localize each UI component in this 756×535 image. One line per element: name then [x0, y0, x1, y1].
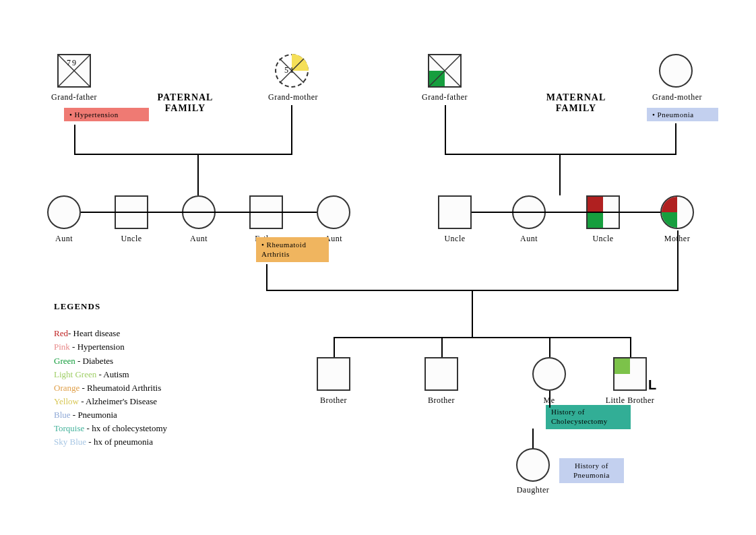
legend-color-name: Yellow [54, 396, 79, 406]
male-symbol [613, 357, 647, 391]
label-mgm: Grand-mother [637, 92, 718, 102]
label-pgm: Grand-mother [253, 92, 334, 102]
legend-color-name: Light Green [54, 369, 96, 379]
legend-block: LEGENDS Red- Heart diseasePink - Hyperte… [54, 300, 167, 449]
label-uncle3: Uncle [563, 234, 643, 244]
female-symbol [516, 448, 550, 482]
line [74, 154, 292, 155]
legend-desc: - Diabetes [75, 356, 113, 366]
proband-arrow-icon: L [648, 377, 656, 393]
node-mgf [428, 54, 462, 88]
legend-color-name: Green [54, 356, 75, 366]
female-symbol [532, 357, 566, 391]
line [559, 155, 561, 195]
legend-desc: - Autism [96, 369, 129, 379]
legend-color-name: Blue [54, 410, 71, 420]
legend-row: Green - Diabetes [54, 354, 167, 368]
label-littlebrother: Little Brother [590, 396, 670, 406]
legend-color-name: Pink [54, 342, 70, 352]
green-quarter [588, 212, 603, 228]
legend-color-name: Red [54, 328, 68, 338]
note-hypertension: • Hypertension [64, 108, 149, 121]
legend-row: Pink - Hypertension [54, 340, 167, 354]
line [197, 155, 199, 195]
male-symbol [424, 357, 458, 391]
node-me [532, 357, 566, 391]
legend-row: Yellow - Alzheimer's Disease [54, 395, 167, 408]
note-text: Pneumonia [658, 111, 694, 119]
legend-row: Orange - Rheumatoid Arthritis [54, 381, 167, 395]
line [74, 125, 75, 155]
legend-row: Sky Blue - hx of pneumonia [54, 435, 167, 449]
legend-row: Blue - Pneumonia [54, 408, 167, 422]
age-text: 51 [284, 65, 295, 75]
label-daughter: Daughter [493, 485, 573, 495]
genogram-canvas: 79 Grand-father PATERNAL FAMILY 51 Grand… [0, 0, 756, 535]
line [677, 230, 679, 291]
line [549, 391, 550, 408]
note-pneumonia: • Pneumonia [647, 108, 718, 121]
label-aunt4: Aunt [489, 234, 569, 244]
node-aunt1 [47, 195, 81, 229]
age-text: 79 [67, 58, 77, 68]
female-symbol [659, 54, 693, 88]
legend-title: LEGENDS [54, 301, 100, 311]
legend-color-name: Orange [54, 383, 80, 393]
male-symbol [317, 357, 350, 391]
legend-desc: - Pneumonia [71, 410, 117, 420]
line [291, 105, 292, 155]
note-text: Hypertension [75, 111, 119, 119]
node-pgm: 51 [275, 54, 309, 88]
female-symbol [317, 195, 350, 229]
label-pgf: Grand-father [34, 92, 115, 102]
note-text: Rheumatoid Arthritis [261, 241, 306, 258]
legend-row: Red- Heart disease [54, 327, 167, 340]
note-hx-pneum: History of Pneumonia [559, 458, 624, 483]
green-quarter [662, 212, 677, 228]
node-mgm [659, 54, 693, 88]
legend-desc: - Heart disease [68, 328, 120, 338]
legend-desc: - Alzheimer's Disease [79, 396, 157, 406]
node-uncle2 [438, 195, 472, 229]
label-brother1: Brother [293, 396, 374, 406]
legend-desc: - hx of cholecystetomy [84, 423, 167, 433]
line [549, 337, 550, 357]
node-daughter [516, 448, 550, 482]
line [675, 123, 676, 155]
legend-desc: - Hypertension [70, 342, 125, 352]
node-littlebrother: L [613, 357, 647, 391]
male-symbol [438, 195, 472, 229]
red-quarter [588, 197, 603, 212]
line [630, 337, 631, 357]
legend-row: Light Green - Autism [54, 368, 167, 381]
note-text: History of Cholecystectomy [551, 408, 608, 425]
line [334, 337, 630, 338]
maternal-title: MATERNAL FAMILY [532, 92, 620, 114]
paternal-title: PATERNAL FAMILY [145, 92, 226, 114]
lightgreen-quarter [615, 358, 630, 374]
label-uncle2: Uncle [414, 234, 495, 244]
line [445, 154, 676, 155]
node-brother2 [424, 357, 458, 391]
note-rheumatoid: • Rheumatoid Arthritis [256, 237, 329, 262]
node-brother1 [317, 357, 350, 391]
note-hx-chole: History of Cholecystectomy [546, 405, 631, 429]
male-symbol [428, 54, 462, 88]
legend-row: Torquise - hx of cholecystetomy [54, 422, 167, 435]
line [445, 105, 446, 155]
node-pgf: 79 [57, 54, 91, 88]
line [532, 429, 534, 449]
legend-color-name: Sky Blue [54, 437, 86, 447]
line [441, 337, 443, 357]
line [334, 337, 335, 357]
line [472, 212, 660, 213]
legend-desc: - Rheumatoid Arthritis [80, 383, 161, 393]
line [266, 264, 267, 291]
female-symbol [47, 195, 81, 229]
legend-color-name: Torquise [54, 423, 84, 433]
legend-desc: - hx of pneumonia [86, 437, 153, 447]
node-mother [660, 195, 694, 229]
label-mgf: Grand-father [404, 92, 485, 102]
red-quarter [662, 197, 677, 212]
line [472, 291, 473, 338]
